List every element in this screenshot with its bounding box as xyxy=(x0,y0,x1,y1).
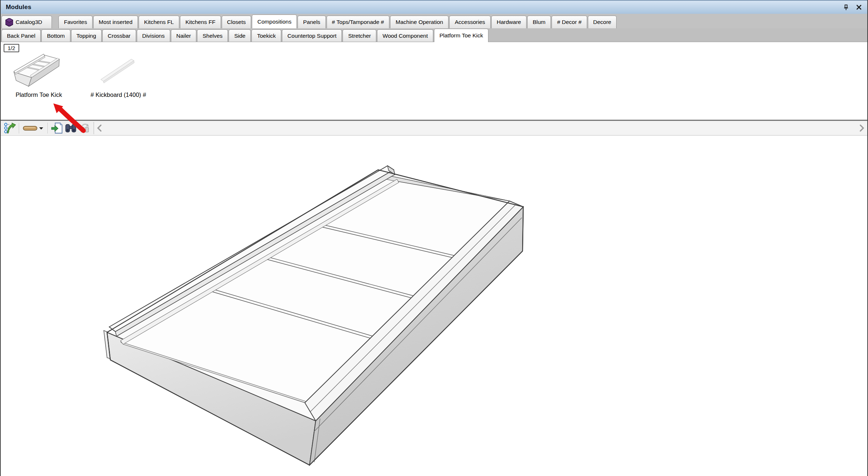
toolbar-separator xyxy=(19,123,19,134)
tab-toekick[interactable]: Toekick xyxy=(251,29,281,42)
tab-countertop-support[interactable]: Countertop Support xyxy=(282,29,342,42)
tab-label: Closets xyxy=(227,16,246,28)
tab-label: Crossbar xyxy=(108,30,131,42)
catalog-tab-strip: Catalog3DFavoritesMost insertedKitchens … xyxy=(1,14,867,28)
thumbnail-label: Platform Toe Kick xyxy=(16,91,62,98)
tab-label: Kitchens FF xyxy=(185,16,216,28)
tab-label: Nailer xyxy=(176,30,191,42)
tab-most-inserted[interactable]: Most inserted xyxy=(93,16,138,28)
panel-title-bar: Modules xyxy=(1,0,867,14)
tab-stretcher[interactable]: Stretcher xyxy=(343,29,376,42)
material-dropdown[interactable] xyxy=(21,122,45,134)
tab-accessories[interactable]: Accessories xyxy=(449,16,491,28)
tab-blum[interactable]: Blum xyxy=(527,16,551,28)
tab-bottom[interactable]: Bottom xyxy=(41,29,70,42)
tab-compositions[interactable]: Compositions xyxy=(252,15,297,28)
tab-label: Shelves xyxy=(202,30,222,42)
tab-kitchens-ff[interactable]: Kitchens FF xyxy=(180,16,221,28)
tab-label: Kitchens FL xyxy=(144,16,174,28)
modules-toolbar xyxy=(1,121,867,135)
tab-label: Platform Toe Kick xyxy=(439,30,483,41)
tab-label: Wood Component xyxy=(382,30,428,42)
tab-hardware[interactable]: Hardware xyxy=(491,16,527,28)
tab-side[interactable]: Side xyxy=(229,29,251,42)
thumbnail-platform-toe-kick[interactable]: Platform Toe Kick xyxy=(7,51,71,98)
tab-panels[interactable]: Panels xyxy=(298,16,326,28)
tab-label: # Tops/Tamponade # xyxy=(332,16,384,28)
tab-topping[interactable]: Topping xyxy=(71,29,102,42)
panel-title: Modules xyxy=(6,4,31,11)
thumbnail-label: # Kickboard (1400) # xyxy=(90,91,146,98)
modules-panel: Modules Catalog3DFavoritesMost insertedK… xyxy=(0,0,868,476)
tab-label: Countertop Support xyxy=(287,30,336,42)
tab-label: Accessories xyxy=(455,16,485,28)
thumbnail-kickboard-1400[interactable]: # Kickboard (1400) # xyxy=(82,51,155,98)
tab-decor[interactable]: # Decor # xyxy=(552,16,587,28)
tab-crossbar[interactable]: Crossbar xyxy=(102,29,136,42)
binoculars-search-icon[interactable] xyxy=(64,122,78,135)
scroll-right-icon[interactable] xyxy=(856,122,867,134)
scroll-left-icon[interactable] xyxy=(94,122,105,134)
tab-label: Machine Operation xyxy=(396,16,443,28)
tab-wood-component[interactable]: Wood Component xyxy=(377,29,433,42)
kickboard-preview-image xyxy=(97,51,140,90)
tab-back-panel[interactable]: Back Panel xyxy=(1,29,41,42)
tab-favorites[interactable]: Favorites xyxy=(58,16,93,28)
tab-label: Hardware xyxy=(497,16,521,28)
tab-label: Back Panel xyxy=(7,30,35,42)
catalog3d-cube-icon xyxy=(5,18,13,26)
tab-label: Toekick xyxy=(257,30,276,42)
tab-decore[interactable]: Decore xyxy=(588,16,617,28)
thumbnail-scrollbar xyxy=(94,122,867,134)
pin-icon[interactable] xyxy=(841,3,851,12)
tab-label: Panels xyxy=(303,16,320,28)
module-preview-canvas[interactable] xyxy=(1,136,867,475)
tab-label: Divisions xyxy=(142,30,165,42)
tab-label: Favorites xyxy=(64,16,87,28)
tab-tops-tamponade[interactable]: # Tops/Tamponade # xyxy=(327,16,390,28)
import-document-icon[interactable] xyxy=(50,122,64,135)
tab-label: Decore xyxy=(593,16,611,28)
tab-label: Most inserted xyxy=(99,16,132,28)
tab-nailer[interactable]: Nailer xyxy=(171,29,196,42)
tab-label: Catalog3D xyxy=(16,16,42,28)
tab-label: Stretcher xyxy=(348,30,371,42)
module-thumbnail-browser: 1/2 xyxy=(1,42,867,120)
insert-module-icon[interactable] xyxy=(3,122,17,135)
tab-label: Topping xyxy=(77,30,96,42)
close-icon[interactable] xyxy=(854,3,864,12)
tab-shelves[interactable]: Shelves xyxy=(197,29,228,42)
tab-kitchens-fl[interactable]: Kitchens FL xyxy=(139,16,179,28)
tab-divisions[interactable]: Divisions xyxy=(137,29,170,42)
replace-disabled-icon xyxy=(78,122,91,135)
tab-label: # Decor # xyxy=(557,16,581,28)
tab-platform-toe-kick[interactable]: Platform Toe Kick xyxy=(434,29,488,42)
tab-closets[interactable]: Closets xyxy=(222,16,251,28)
tab-catalog3d[interactable]: Catalog3D xyxy=(1,16,52,28)
tab-label: Blum xyxy=(533,16,545,28)
tab-label: Side xyxy=(234,30,245,42)
scrollbar-track[interactable] xyxy=(105,122,856,134)
platform-toe-kick-preview-image xyxy=(11,51,66,90)
category-tab-strip: Back PanelBottomToppingCrossbarDivisions… xyxy=(1,28,867,42)
toolbar-separator xyxy=(48,123,48,134)
tab-machine-operation[interactable]: Machine Operation xyxy=(390,16,449,28)
tab-label: Bottom xyxy=(47,30,65,42)
tab-label: Compositions xyxy=(257,16,291,28)
